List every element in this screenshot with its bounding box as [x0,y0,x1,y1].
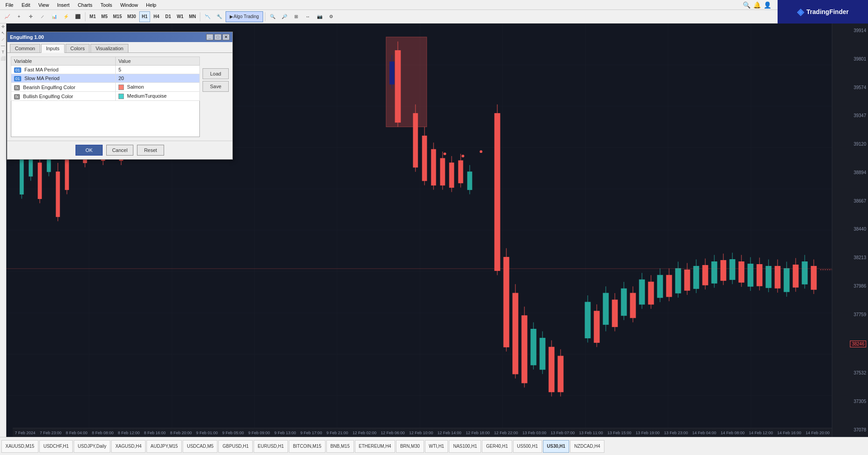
dialog-minimize-btn[interactable]: _ [206,34,213,40]
screenshot-btn[interactable]: 📷 [314,11,325,22]
bottom-tabs: XAUUSD,M15 USDCHF,H1 USDJPY,Daily XAGUSD… [0,437,868,455]
svg-point-142 [480,150,482,153]
tab-ethereum-h4[interactable]: ETHEREUM,H4 [355,440,396,453]
tab-inputs[interactable]: Inputs [41,44,65,53]
tf-h1[interactable]: H1 [139,11,150,22]
line-tool-btn[interactable]: ⟋ [37,11,48,22]
tf-d1[interactable]: D1 [163,11,174,22]
sidebar-line[interactable]: ⟋ [0,37,6,43]
dialog-title: Engulfing 1.00 [10,34,44,40]
tf-m30[interactable]: M30 [125,11,138,22]
empty-table-area [11,101,200,137]
menu-bar: File Edit View Insert Charts Tools Windo… [0,0,868,10]
bullish-color-swatch [118,94,124,99]
table-row[interactable]: 01 Slow MA Period 20 [11,74,200,83]
indicator-btn[interactable]: 📊 [49,11,60,22]
slow-ma-value[interactable]: 20 [115,74,199,83]
zoom-in-btn[interactable]: + [14,11,24,22]
menu-file[interactable]: File [2,1,17,9]
dialog-close-btn[interactable]: ✕ [222,34,230,40]
bearish-color-swatch [118,85,124,90]
tf-mn[interactable]: MN [187,11,198,22]
svg-rect-144 [6,268,832,269]
fib-btn[interactable]: ⚡ [61,11,71,22]
dialog: Engulfing 1.00 _ □ ✕ Common Inputs Color… [7,32,233,160]
fast-ma-value[interactable]: 5 [115,66,199,74]
menu-edit[interactable]: Edit [18,1,34,9]
tab-xagusd-h4[interactable]: XAGUSD,H4 [111,440,146,453]
tab-us30-h1[interactable]: US30,H1 [543,440,570,453]
save-button[interactable]: Save [203,81,229,92]
dialog-maximize-btn[interactable]: □ [214,34,222,40]
tf-m5[interactable]: M5 [99,11,110,22]
tab-wti-h1[interactable]: WTI,H1 [425,440,448,453]
menu-help[interactable]: Help [142,1,160,9]
left-sidebar: ✛ ↖ ⟋ — T ⬜ [0,24,6,437]
tf-m1[interactable]: M1 [87,11,98,22]
menu-insert[interactable]: Insert [53,1,73,9]
dialog-tabs: Common Inputs Colors Visualization [7,42,232,53]
cancel-button[interactable]: Cancel [106,145,133,156]
tab-usdjpy-daily[interactable]: USDJPY,Daily [74,440,110,453]
tab-nzdcad-h4[interactable]: NZDCAD,H4 [570,440,604,453]
tab-bitcoin-m15[interactable]: BITCOIN,M15 [289,440,326,453]
crosshair-btn[interactable]: ✛ [25,11,36,22]
sidebar-hline[interactable]: — [0,43,6,49]
notification-icon[interactable]: 🔔 [753,1,761,9]
scroll-btn[interactable]: ↔ [302,11,313,22]
y-axis: 39914 39801 39574 39347 39120 38894 3866… [832,24,868,437]
logo-text: TradingFinder [807,8,849,15]
svg-point-140 [443,152,446,155]
tab-usdcad-m5[interactable]: USDCAD,M5 [183,440,217,453]
tab-bnb-m15[interactable]: BNB,M15 [326,440,354,453]
sidebar-text[interactable]: T [0,50,6,55]
tab-xauusd-m15[interactable]: XAUUSD,M15 [1,440,38,453]
dialog-content: Variable Value 01 Fast MA Period 5 [7,53,232,141]
table-row[interactable]: fx Bullish Engulfing Color MediumTurquoi… [11,92,200,101]
load-button[interactable]: Load [203,68,229,79]
table-row[interactable]: fx Bearish Engulfing Color Salmon [11,83,200,92]
settings-btn[interactable]: ⚙ [326,11,337,22]
separator-2 [200,12,200,21]
tf-h4[interactable]: H4 [151,11,162,22]
tab-audjpy-m15[interactable]: AUDJPY,M15 [146,440,182,453]
ok-button[interactable]: OK [75,145,103,156]
grid-btn[interactable]: ⊞ [291,11,302,22]
new-chart-btn[interactable]: 📈 [2,11,13,22]
chart-type-btn[interactable]: 📉 [202,11,213,22]
menu-charts[interactable]: Charts [74,1,96,9]
tab-usdchf-h1[interactable]: USDCHF,H1 [39,440,73,453]
search-icon[interactable]: 🔍 [743,1,750,9]
inputs-table: Variable Value 01 Fast MA Period 5 [11,57,200,101]
tab-visualization[interactable]: Visualization [90,44,128,52]
tab-nas100-h1[interactable]: NAS100,H1 [449,440,481,453]
shapes-btn[interactable]: ⬛ [72,11,83,22]
sidebar-crosshair[interactable]: ✛ [0,24,6,30]
tab-common[interactable]: Common [10,44,40,52]
menu-view[interactable]: View [35,1,53,9]
reset-button[interactable]: Reset [137,145,164,156]
sidebar-rect[interactable]: ⬜ [0,56,6,62]
tab-us500-h1[interactable]: US500,H1 [513,440,542,453]
indicators-btn[interactable]: 🔧 [214,11,225,22]
tab-colors[interactable]: Colors [66,44,90,52]
user-icon[interactable]: 👤 [764,1,771,9]
table-row[interactable]: 01 Fast MA Period 5 [11,66,200,74]
zoom-in2-btn[interactable]: 🔎 [279,11,290,22]
tf-w1[interactable]: W1 [175,11,186,22]
dialog-titlebar: Engulfing 1.00 _ □ ✕ [7,32,232,42]
sidebar-arrow[interactable]: ↖ [0,31,6,36]
tab-eurusd-h1[interactable]: EURUSD,H1 [254,440,288,453]
tab-gbpusd-h1[interactable]: GBPUSD,H1 [218,440,253,453]
separator-1 [85,12,85,21]
menu-window[interactable]: Window [117,1,142,9]
menu-tools[interactable]: Tools [97,1,116,9]
tab-brn-m30[interactable]: BRN,M30 [396,440,424,453]
zoom-out-btn[interactable]: 🔍 [267,11,278,22]
bullish-color-value[interactable]: MediumTurquoise [115,92,199,101]
algo-trading-btn[interactable]: ▶ Algo Trading [226,11,263,22]
bearish-color-value[interactable]: Salmon [115,83,199,92]
tab-ger40-h1[interactable]: GER40,H1 [482,440,512,453]
tf-m15[interactable]: M15 [111,11,124,22]
col-value: Value [115,57,199,66]
